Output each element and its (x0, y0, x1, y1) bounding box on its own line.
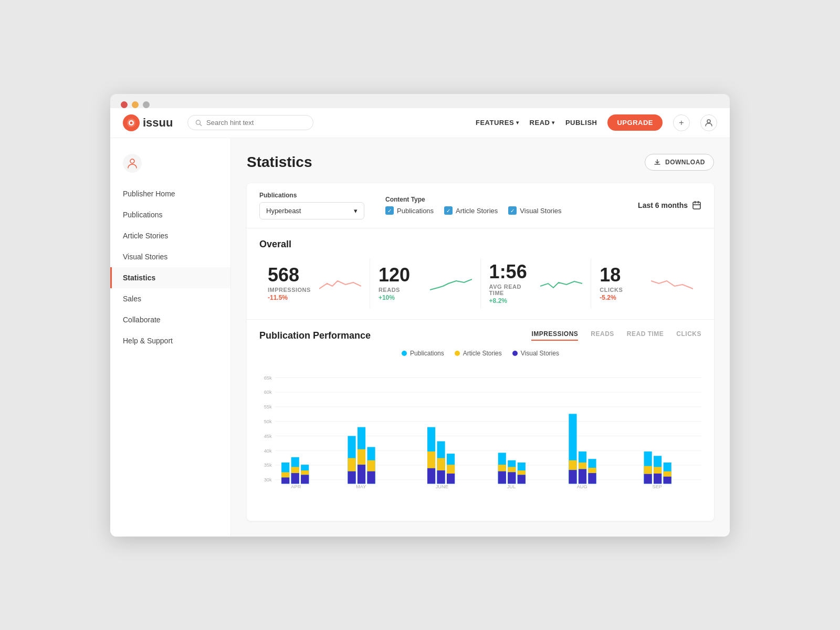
article-stories-checkbox[interactable]: ✓ Article Stories (444, 206, 498, 215)
publications-select-value: Hyperbeast (266, 207, 301, 215)
issuu-logo-icon (123, 114, 140, 131)
svg-rect-65 (518, 470, 526, 475)
tab-clicks[interactable]: CLICKS (676, 330, 701, 341)
chevron-down-icon: ▾ (552, 120, 555, 125)
logo[interactable]: issuu (123, 114, 173, 131)
sidebar-item-help-support[interactable]: Help & Support (110, 330, 230, 351)
svg-rect-76 (588, 473, 596, 484)
impressions-value: 568 (268, 266, 311, 285)
nav-publish-label: PUBLISH (565, 119, 597, 127)
svg-rect-55 (447, 465, 455, 474)
svg-rect-86 (664, 476, 671, 483)
legend-label: Article Stories (463, 350, 502, 357)
stats-cards: 568 IMPRESSIONS -11.5% (259, 258, 701, 309)
stat-info-impressions: 568 IMPRESSIONS -11.5% (268, 266, 311, 301)
impressions-change: -11.5% (268, 294, 311, 301)
svg-text:30k: 30k (264, 477, 272, 482)
reads-value: 120 (379, 266, 422, 285)
add-button[interactable]: + (673, 114, 690, 131)
svg-rect-79 (644, 466, 652, 474)
publications-filter-label: Publications (259, 192, 364, 199)
nav-links: FEATURES ▾ READ ▾ PUBLISH UPGRADE + (476, 114, 717, 131)
svg-rect-45 (367, 460, 375, 471)
page-title: Statistics (247, 154, 312, 171)
sidebar-item-label: Visual Stories (123, 253, 167, 261)
legend-publications: Publications (402, 350, 444, 357)
svg-rect-30 (281, 477, 289, 484)
stat-card-reads: 120 READS +10% (370, 258, 481, 309)
tab-reads[interactable]: READS (591, 330, 614, 341)
upgrade-button[interactable]: UPGRADE (607, 114, 663, 131)
performance-section: Publication Performance IMPRESSIONS READ… (247, 320, 714, 521)
tab-read-time[interactable]: READ TIME (627, 330, 664, 341)
browser-content: issuu FEATURES ▾ READ ▾ PU (110, 108, 730, 537)
reads-label: READS (379, 287, 422, 293)
visual-stories-checkbox[interactable]: ✓ Visual Stories (508, 206, 561, 215)
publications-filter-group: Publications Hyperbeast ▾ (259, 192, 364, 219)
sidebar-item-label: Publisher Home (123, 190, 175, 198)
stat-info-avg-read-time: 1:56 AVG READ TIME +8.2% (489, 262, 532, 304)
publications-checkbox[interactable]: ✓ Publications (385, 206, 434, 215)
nav-features-label: FEATURES (476, 119, 514, 127)
legend-visual-stories: Visual Stories (512, 350, 559, 357)
svg-rect-29 (281, 472, 289, 477)
user-menu-button[interactable] (700, 114, 717, 131)
download-label: DOWNLOAD (665, 159, 705, 166)
clicks-mini-chart (651, 273, 693, 294)
svg-line-5 (200, 124, 202, 125)
svg-text:45k: 45k (264, 433, 272, 438)
nav-publish[interactable]: PUBLISH (565, 119, 597, 127)
search-bar[interactable] (187, 115, 313, 130)
sidebar-item-sales[interactable]: Sales (110, 288, 230, 309)
svg-rect-32 (291, 467, 299, 473)
svg-rect-43 (358, 465, 365, 484)
main-layout: Publisher Home Publications Article Stor… (110, 138, 730, 537)
overall-title: Overall (259, 239, 701, 250)
nav-features[interactable]: FEATURES ▾ (476, 119, 519, 127)
svg-rect-59 (498, 465, 506, 471)
avg-read-time-change: +8.2% (489, 297, 532, 304)
avatar-icon (123, 154, 142, 173)
chart-legend: Publications Article Stories Visual Stor… (259, 350, 701, 357)
sidebar-avatar (110, 149, 230, 183)
impressions-label: IMPRESSIONS (268, 287, 311, 293)
download-button[interactable]: DOWNLOAD (645, 154, 714, 171)
performance-header: Publication Performance IMPRESSIONS READ… (259, 330, 701, 341)
sidebar-item-article-stories[interactable]: Article Stories (110, 225, 230, 246)
svg-rect-70 (569, 470, 576, 484)
sidebar-item-label: Publications (123, 211, 163, 219)
svg-rect-40 (348, 471, 355, 484)
bar-chart: 65k 60k 55k 50k 45k 40k 35k 30k (259, 363, 701, 510)
sidebar-item-collaborate[interactable]: Collaborate (110, 309, 230, 330)
sidebar-item-publications[interactable]: Publications (110, 204, 230, 225)
stat-card-avg-read-time: 1:56 AVG READ TIME +8.2% (481, 258, 592, 309)
chevron-down-icon: ▾ (516, 120, 519, 125)
legend-label: Publications (410, 350, 444, 357)
clicks-change: -5.2% (600, 294, 643, 301)
sidebar-item-label: Help & Support (123, 337, 173, 345)
sidebar-item-label: Article Stories (123, 232, 168, 240)
search-input[interactable] (206, 119, 306, 127)
svg-rect-53 (437, 470, 445, 484)
svg-text:MAY: MAY (356, 484, 366, 489)
legend-dot-article-stories (455, 351, 460, 356)
nav-read[interactable]: READ ▾ (530, 119, 555, 127)
plus-icon: + (679, 118, 684, 128)
checkbox-label: Publications (397, 207, 434, 215)
sidebar-item-label: Statistics (123, 274, 155, 282)
checkbox-label: Article Stories (456, 207, 498, 215)
svg-rect-56 (447, 473, 455, 483)
svg-rect-80 (644, 474, 652, 484)
date-range-picker[interactable]: Last 6 months (638, 201, 701, 210)
sidebar-item-statistics[interactable]: Statistics (110, 267, 230, 288)
avg-read-time-label: AVG READ TIME (489, 284, 532, 296)
sidebar-item-visual-stories[interactable]: Visual Stories (110, 246, 230, 267)
search-icon (195, 119, 202, 127)
impressions-mini-chart (319, 273, 361, 294)
publications-select[interactable]: Hyperbeast ▾ (259, 202, 364, 219)
tab-impressions[interactable]: IMPRESSIONS (531, 330, 578, 341)
checkbox-label: Visual Stories (520, 207, 561, 215)
sidebar-item-publisher-home[interactable]: Publisher Home (110, 183, 230, 204)
top-nav: issuu FEATURES ▾ READ ▾ PU (110, 108, 730, 138)
reads-change: +10% (379, 294, 422, 301)
